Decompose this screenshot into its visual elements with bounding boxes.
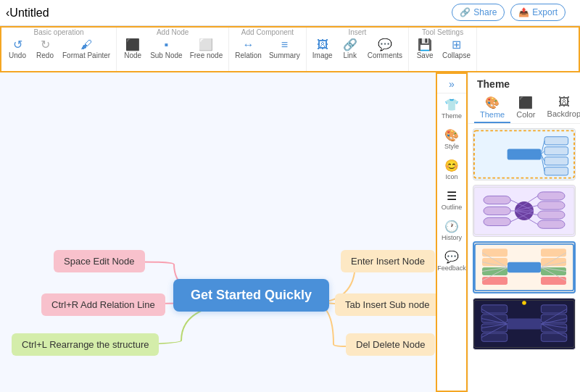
theme-thumb-3[interactable]: [473, 241, 576, 293]
relation-button[interactable]: ↔ Relation: [232, 38, 265, 61]
comments-label: Comments: [368, 51, 402, 59]
side-strip-feedback[interactable]: 💬 Feedback: [437, 246, 466, 276]
toolbar-group-tool-settings: Tool Settings 💾 Save ⊞ Collapse: [409, 28, 477, 71]
link-button[interactable]: 🔗 Link: [337, 38, 363, 61]
export-icon: 📤: [518, 7, 529, 17]
theme-thumb-2[interactable]: [473, 185, 576, 237]
sub-node-label: Sub Node: [150, 51, 182, 59]
tab-backdrop-icon: 🖼: [558, 96, 570, 109]
svg-rect-12: [538, 201, 565, 209]
tab-backdrop[interactable]: 🖼 Backdrop: [542, 93, 580, 123]
redo-button[interactable]: ↻ Redo: [32, 38, 58, 61]
tab-backdrop-label: Backdrop: [547, 109, 580, 118]
center-node[interactable]: Get Started Quickly: [173, 279, 329, 312]
action-buttons: 🔗 Share 📤 Export: [443, 0, 574, 26]
image-label: Image: [312, 51, 333, 59]
tab-color-icon: ⬛: [518, 96, 533, 109]
theme-thumb-1[interactable]: [473, 128, 576, 180]
toolbar-basic-items: ↺ Undo ↻ Redo 🖌 Format Painter: [4, 38, 113, 61]
format-painter-button[interactable]: 🖌 Format Painter: [59, 38, 113, 61]
right-panel: » 👕 Theme 🎨 Style 😊 Icon ☰ Outline 🕐 His…: [436, 72, 580, 392]
enter-insert-node[interactable]: Enter Insert Node: [341, 250, 435, 272]
free-node-button[interactable]: ⬜ Free node: [187, 38, 226, 61]
undo-label: Undo: [9, 51, 26, 59]
theme-thumb-3-svg: [474, 243, 574, 292]
summary-button[interactable]: ≡ Summary: [266, 38, 303, 61]
toolbar-group-basic: Basic operation ↺ Undo ↻ Redo 🖌 Format P…: [1, 28, 117, 71]
tab-color[interactable]: ⬛ Color: [510, 93, 541, 123]
theme-tabs: 🎨 Theme ⬛ Color 🖼 Backdrop: [468, 93, 580, 124]
undo-button[interactable]: ↺ Undo: [4, 38, 30, 61]
svg-line-8: [541, 154, 544, 171]
save-button[interactable]: 💾 Save: [412, 38, 438, 61]
mind-map-canvas[interactable]: Get Started Quickly Space Edit Node Ctrl…: [0, 72, 436, 392]
svg-rect-53: [481, 333, 507, 341]
svg-rect-45: [508, 319, 542, 330]
export-button[interactable]: 📤 Export: [510, 4, 566, 21]
toolbar-group-insert-label: Insert: [310, 29, 405, 36]
history-strip-label: History: [442, 234, 462, 241]
toolbar-group-tool-settings-label: Tool Settings: [412, 29, 473, 36]
style-strip-icon: 🎨: [444, 128, 459, 142]
tab-theme[interactable]: 🎨 Theme: [474, 93, 510, 123]
summary-label: Summary: [269, 51, 300, 59]
svg-rect-0: [508, 149, 542, 160]
feedback-strip-label: Feedback: [437, 264, 466, 272]
share-label: Share: [473, 7, 497, 17]
svg-rect-46: [541, 305, 566, 313]
summary-icon: ≡: [281, 39, 288, 51]
theme-thumb-4-svg: [473, 299, 575, 349]
redo-label: Redo: [36, 51, 54, 59]
node-label: Node: [124, 51, 141, 59]
redo-icon: ↻: [41, 39, 50, 51]
comments-icon: 💬: [378, 39, 392, 51]
side-strip-theme[interactable]: 👕 Theme: [437, 93, 466, 124]
node-button[interactable]: ⬛ Node: [120, 38, 146, 61]
theme-thumbnails: [468, 124, 580, 392]
toolbar-group-add-component: Add Component ↔ Relation ≡ Summary: [229, 28, 307, 71]
svg-rect-3: [544, 157, 568, 165]
toolbar-group-insert: Insert 🖼 Image 🔗 Link 💬 Comments: [307, 28, 409, 71]
side-strip-style[interactable]: 🎨 Style: [437, 124, 466, 154]
side-strip-history[interactable]: 🕐 History: [437, 215, 466, 246]
svg-rect-1: [544, 137, 568, 145]
outline-strip-icon: ☰: [447, 189, 457, 203]
share-button[interactable]: 🔗 Share: [452, 4, 505, 21]
relation-icon: ↔: [243, 39, 254, 51]
toolbar-add-component-items: ↔ Relation ≡ Summary: [232, 38, 303, 61]
feedback-strip-icon: 💬: [444, 250, 459, 264]
toolbar-group-add-node-label: Add Node: [120, 29, 225, 36]
comments-button[interactable]: 💬 Comments: [365, 38, 405, 61]
svg-rect-26: [508, 262, 541, 273]
link-label: Link: [344, 51, 357, 59]
svg-rect-50: [481, 305, 507, 313]
collapse-icon: ⊞: [452, 39, 461, 51]
export-label: Export: [532, 7, 558, 17]
ctrl-l-node[interactable]: Ctrl+L Rearrange the structure: [12, 333, 159, 356]
del-delete-node[interactable]: Del Delete Node: [346, 333, 435, 356]
collapse-label: Collapse: [442, 51, 471, 59]
relation-label: Relation: [235, 51, 262, 59]
share-icon: 🔗: [460, 7, 471, 17]
page-title: Untitled: [9, 7, 49, 20]
svg-rect-30: [541, 277, 566, 285]
save-icon: 💾: [418, 39, 432, 51]
collapse-button[interactable]: ⊞ Collapse: [439, 38, 473, 61]
space-edit-node[interactable]: Space Edit Node: [54, 250, 145, 272]
svg-rect-4: [544, 167, 568, 175]
format-painter-icon: 🖌: [80, 39, 92, 51]
toolbar-group-basic-label: Basic operation: [4, 29, 113, 36]
toolbar: Basic operation ↺ Undo ↻ Redo 🖌 Format P…: [0, 26, 580, 72]
outline-strip-label: Outline: [442, 204, 463, 211]
svg-rect-49: [541, 333, 566, 341]
theme-thumb-4[interactable]: [473, 298, 576, 350]
sub-node-icon: ▪: [165, 39, 169, 51]
ctrl-r-node[interactable]: Ctrl+R Add Relation Line: [41, 293, 165, 316]
sub-node-button[interactable]: ▪ Sub Node: [147, 38, 185, 61]
image-button[interactable]: 🖼 Image: [310, 38, 336, 61]
side-strip-outline[interactable]: ☰ Outline: [437, 185, 466, 215]
tab-insert-node[interactable]: Tab Insert Sub node: [335, 293, 436, 316]
side-strip-expand[interactable]: »: [437, 75, 466, 93]
theme-strip-label: Theme: [442, 112, 462, 120]
side-strip-icon[interactable]: 😊 Icon: [437, 154, 466, 185]
